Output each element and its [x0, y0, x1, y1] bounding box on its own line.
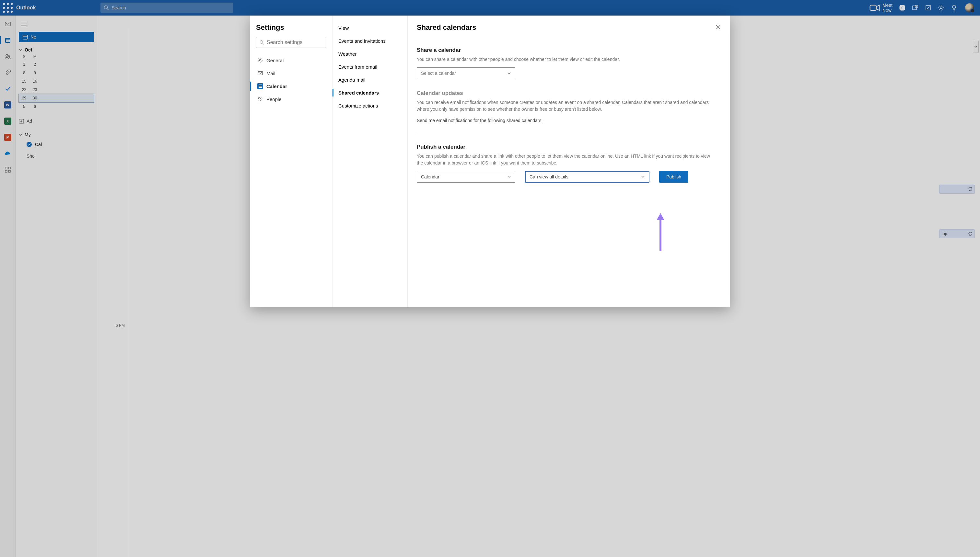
gear-icon [257, 57, 263, 63]
settings-modal: Settings Search settings General Mail Ca… [250, 16, 730, 307]
svg-point-36 [259, 98, 260, 99]
subnav-weather[interactable]: Weather [333, 47, 407, 60]
settings-nav-mail[interactable]: Mail [256, 67, 326, 80]
svg-marker-41 [657, 213, 664, 220]
svg-point-34 [259, 59, 261, 61]
publish-permission-select[interactable]: Can view all details [525, 171, 650, 182]
close-icon [715, 24, 721, 30]
publish-calendar-select[interactable]: Calendar [417, 171, 515, 182]
arrow-up-icon [654, 213, 667, 252]
publish-controls-row: Calendar Can view all details Publish [417, 171, 721, 182]
chevron-down-icon [507, 71, 511, 75]
settings-title: Settings [256, 23, 326, 32]
settings-nav-people[interactable]: People [256, 93, 326, 106]
settings-main-panel: Shared calendars Share a calendar You ca… [408, 16, 730, 307]
calendar-icon [257, 83, 263, 89]
chevron-down-icon [507, 175, 511, 179]
close-button[interactable] [714, 23, 723, 32]
settings-search-placeholder: Search settings [267, 39, 302, 46]
subnav-events-from-email[interactable]: Events from email [333, 60, 407, 73]
settings-left-nav: Settings Search settings General Mail Ca… [250, 16, 333, 307]
svg-point-32 [260, 41, 263, 43]
page-title: Shared calendars [417, 23, 721, 39]
subnav-agenda-mail[interactable]: Agenda mail [333, 73, 407, 86]
publish-calendar-value: Calendar [421, 174, 439, 179]
subnav-view[interactable]: View [333, 21, 407, 34]
publish-permission-value: Can view all details [529, 174, 568, 179]
people-icon [257, 96, 263, 102]
settings-nav-general[interactable]: General [256, 54, 326, 67]
settings-search-input[interactable]: Search settings [256, 37, 326, 48]
mail-icon [257, 70, 263, 76]
publish-heading: Publish a calendar [417, 144, 721, 150]
publish-button[interactable]: Publish [659, 171, 688, 182]
svg-line-33 [263, 43, 264, 44]
subnav-shared-calendars[interactable]: Shared calendars [333, 86, 407, 99]
svg-point-37 [261, 98, 262, 99]
share-calendar-select[interactable]: Select a calendar [417, 67, 515, 79]
settings-nav-calendar[interactable]: Calendar [256, 80, 326, 93]
updates-description: You can receive email notifications when… [417, 99, 715, 113]
svg-rect-35 [258, 72, 263, 75]
share-description: You can share a calendar with other peop… [417, 56, 715, 63]
publish-description: You can publish a calendar and share a l… [417, 153, 715, 166]
share-select-placeholder: Select a calendar [421, 71, 456, 76]
updates-send-me: Send me email notifications for the foll… [417, 117, 715, 124]
settings-sub-nav: View Events and invitations Weather Even… [333, 16, 408, 307]
subnav-customize-actions[interactable]: Customize actions [333, 99, 407, 112]
search-icon [260, 40, 264, 45]
annotation-arrow [654, 213, 667, 253]
chevron-down-icon [641, 175, 645, 179]
share-heading: Share a calendar [417, 47, 721, 54]
subnav-events-invitations[interactable]: Events and invitations [333, 34, 407, 47]
updates-heading: Calendar updates [417, 90, 721, 96]
